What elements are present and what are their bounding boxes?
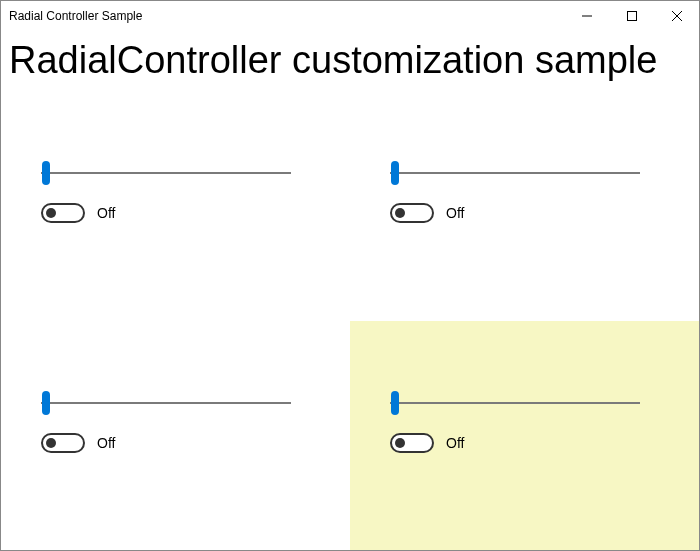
toggle-knob [46, 438, 56, 448]
panel-1: Off [350, 91, 699, 321]
titlebar: Radial Controller Sample [1, 1, 699, 31]
toggle-knob [395, 208, 405, 218]
slider-1[interactable] [390, 161, 640, 185]
toggle-knob [395, 438, 405, 448]
toggle-label-0: Off [97, 205, 115, 221]
panel-3: Off [350, 321, 699, 551]
slider-0[interactable] [41, 161, 291, 185]
slider-thumb[interactable] [391, 161, 399, 185]
toggle-row-2: Off [41, 433, 310, 453]
slider-track [390, 402, 640, 404]
panel-grid: Off Off Off [1, 91, 699, 550]
minimize-icon [582, 11, 592, 21]
close-icon [672, 11, 682, 21]
toggle-knob [46, 208, 56, 218]
toggle-2[interactable] [41, 433, 85, 453]
slider-track [41, 402, 291, 404]
window-controls [564, 1, 699, 31]
toggle-1[interactable] [390, 203, 434, 223]
maximize-button[interactable] [609, 1, 654, 31]
toggle-label-1: Off [446, 205, 464, 221]
panel-0: Off [1, 91, 350, 321]
window-title: Radial Controller Sample [9, 9, 564, 23]
maximize-icon [627, 11, 637, 21]
page-title: RadialController customization sample [1, 31, 699, 90]
slider-3[interactable] [390, 391, 640, 415]
toggle-row-1: Off [390, 203, 659, 223]
panel-2: Off [1, 321, 350, 551]
toggle-label-3: Off [446, 435, 464, 451]
slider-2[interactable] [41, 391, 291, 415]
toggle-3[interactable] [390, 433, 434, 453]
slider-track [390, 172, 640, 174]
minimize-button[interactable] [564, 1, 609, 31]
slider-thumb[interactable] [391, 391, 399, 415]
slider-track [41, 172, 291, 174]
slider-thumb[interactable] [42, 161, 50, 185]
slider-thumb[interactable] [42, 391, 50, 415]
toggle-0[interactable] [41, 203, 85, 223]
toggle-row-3: Off [390, 433, 659, 453]
svg-rect-1 [627, 12, 636, 21]
toggle-label-2: Off [97, 435, 115, 451]
toggle-row-0: Off [41, 203, 310, 223]
close-button[interactable] [654, 1, 699, 31]
